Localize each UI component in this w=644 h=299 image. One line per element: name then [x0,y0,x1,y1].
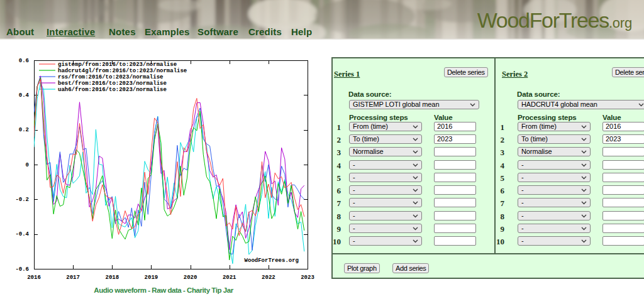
svg-text:2016: 2016 [27,275,41,281]
svg-text:0.6: 0.6 [19,58,29,64]
svg-text:0.4: 0.4 [19,92,30,99]
svg-text:2022: 2022 [262,275,275,281]
svg-text:-0.4: -0.4 [15,231,29,237]
svg-text:2021: 2021 [223,275,236,281]
svg-text:2017: 2017 [66,275,80,281]
svg-text:2019: 2019 [145,275,158,281]
svg-text:uah6/from:2016/to:2023/normali: uah6/from:2016/to:2023/normalise [58,87,167,93]
svg-text:gistemp/from:2016/to:2023/norm: gistemp/from:2016/to:2023/normalise [58,62,177,68]
svg-text:-0.6: -0.6 [15,266,29,273]
svg-text:rss/from:2016/to:2023/normalis: rss/from:2016/to:2023/normalise [58,74,163,80]
svg-text:best/from:2016/to:2023/normali: best/from:2016/to:2023/normalise [58,80,167,87]
svg-text:2020: 2020 [184,275,197,281]
svg-text:WoodForTrees.org: WoodForTrees.org [245,258,299,264]
svg-text:hadcrut4gl/from:2016/to:2023/n: hadcrut4gl/from:2016/to:2023/normalise [58,68,187,74]
svg-text:0.2: 0.2 [19,127,29,133]
svg-text:2018: 2018 [105,275,119,281]
svg-text:-0.2: -0.2 [15,197,29,203]
svg-text:2023: 2023 [301,275,314,281]
svg-text:0: 0 [26,162,29,168]
